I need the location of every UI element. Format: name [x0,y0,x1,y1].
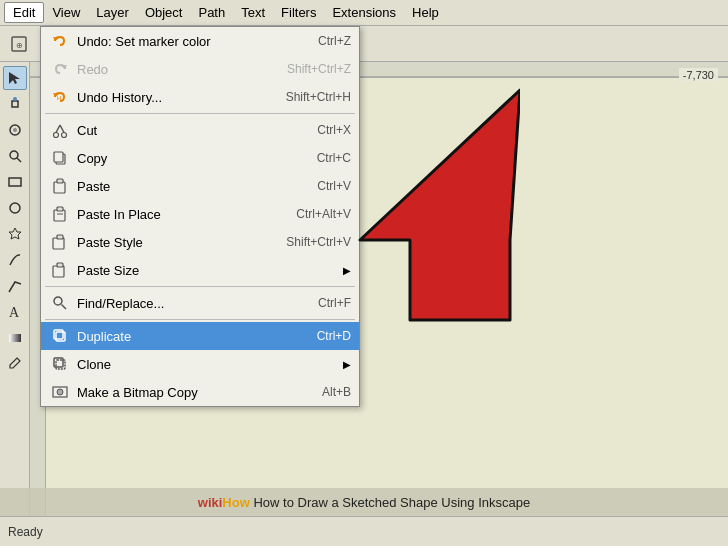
clone-icon [49,353,71,375]
text-tool[interactable]: A [3,300,27,324]
menu-extensions[interactable]: Extensions [324,3,404,22]
sep-1 [45,113,355,114]
svg-text:⊕: ⊕ [16,41,23,50]
redo-icon [49,58,71,80]
find-icon [49,292,71,314]
wikihow-logo: How [222,495,249,510]
cut-label: Cut [77,123,297,138]
menu-help[interactable]: Help [404,3,447,22]
bitmap-copy-shortcut: Alt+B [322,385,351,399]
svg-marker-55 [360,90,520,320]
svg-marker-25 [9,228,21,239]
menubar: Edit View Layer Object Path Text Filters… [0,0,728,26]
paste-icon [49,175,71,197]
star-tool[interactable] [3,222,27,246]
menu-item-clone[interactable]: Clone ▶ [41,350,359,378]
menu-item-paste-style[interactable]: Paste Style Shift+Ctrl+V [41,228,359,256]
pencil-tool[interactable] [3,248,27,272]
rect-tool[interactable] [3,170,27,194]
menu-text[interactable]: Text [233,3,273,22]
sep-2 [45,286,355,287]
redo-shortcut: Shift+Ctrl+Z [287,62,351,76]
svg-point-24 [10,203,20,213]
undo-history-label: Undo History... [77,90,266,105]
menu-item-cut[interactable]: Cut Ctrl+X [41,116,359,144]
svg-rect-23 [9,178,21,186]
svg-point-21 [10,151,18,159]
circle-tool[interactable] [3,196,27,220]
svg-point-18 [13,97,17,101]
find-label: Find/Replace... [77,296,298,311]
paste-size-label: Paste Size [77,263,339,278]
menu-view[interactable]: View [44,3,88,22]
menu-item-duplicate[interactable]: Duplicate Ctrl+D [41,322,359,350]
svg-point-32 [54,133,59,138]
undo-label: Undo: Set marker color [77,34,298,49]
menu-edit[interactable]: Edit [4,2,44,23]
eyedropper-tool[interactable] [3,352,27,376]
svg-rect-46 [57,263,63,267]
select-tool[interactable] [3,66,27,90]
svg-line-34 [56,125,60,133]
paste-in-place-shortcut: Ctrl+Alt+V [296,207,351,221]
cut-icon [49,119,71,141]
menu-item-redo[interactable]: Redo Shift+Ctrl+Z [41,55,359,83]
svg-rect-38 [54,182,65,193]
menu-filters[interactable]: Filters [273,3,324,22]
undo-icon [49,30,71,52]
sep-3 [45,319,355,320]
duplicate-icon [49,325,71,347]
svg-rect-27 [9,334,21,342]
gradient-tool[interactable] [3,326,27,350]
menu-item-bitmap-copy[interactable]: Make a Bitmap Copy Alt+B [41,378,359,406]
menu-item-find[interactable]: Find/Replace... Ctrl+F [41,289,359,317]
coord-display: -7,730 [679,68,718,82]
paste-in-place-icon [49,203,71,225]
tweak-tool[interactable] [3,118,27,142]
undo-history-shortcut: Shift+Ctrl+H [286,90,351,104]
node-tool[interactable] [3,92,27,116]
svg-rect-44 [57,235,63,239]
menu-item-undo-history[interactable]: H Undo History... Shift+Ctrl+H [41,83,359,111]
left-sidebar: A [0,62,30,516]
bitmap-copy-label: Make a Bitmap Copy [77,385,302,400]
paste-in-place-label: Paste In Place [77,207,276,222]
copy-label: Copy [77,151,297,166]
bottom-status-bar: Ready [0,516,728,546]
paste-style-icon [49,231,71,253]
duplicate-label: Duplicate [77,329,297,344]
svg-point-47 [54,297,62,305]
clone-arrow: ▶ [343,359,351,370]
paste-size-icon [49,259,71,281]
menu-item-copy[interactable]: Copy Ctrl+C [41,144,359,172]
menu-object[interactable]: Object [137,3,191,22]
menu-item-paste-in-place[interactable]: Paste In Place Ctrl+Alt+V [41,200,359,228]
svg-point-54 [57,389,63,395]
svg-rect-17 [12,101,18,107]
svg-rect-40 [54,210,65,221]
menu-item-paste-size[interactable]: Paste Size ▶ [41,256,359,284]
clone-label: Clone [77,357,339,372]
menu-item-undo[interactable]: Undo: Set marker color Ctrl+Z [41,27,359,55]
wikihow-prefix: wiki [198,495,223,510]
cut-shortcut: Ctrl+X [317,123,351,137]
svg-rect-39 [57,179,63,183]
paste-size-arrow: ▶ [343,265,351,276]
zoom-fit-page-btn[interactable]: ⊕ [5,30,33,58]
svg-rect-45 [53,266,64,277]
svg-line-48 [62,305,67,310]
edit-dropdown-menu: Undo: Set marker color Ctrl+Z Redo Shift… [40,26,360,407]
svg-point-20 [13,128,17,132]
menu-item-paste[interactable]: Paste Ctrl+V [41,172,359,200]
paste-style-shortcut: Shift+Ctrl+V [286,235,351,249]
wikihow-bar: wikiHow How to Draw a Sketched Shape Usi… [0,488,728,516]
menu-layer[interactable]: Layer [88,3,137,22]
zoom-tool[interactable] [3,144,27,168]
paste-label: Paste [77,179,297,194]
redo-label: Redo [77,62,267,77]
status-text: Ready [8,525,43,539]
pen-tool[interactable] [3,274,27,298]
svg-text:H: H [57,95,61,101]
copy-shortcut: Ctrl+C [317,151,351,165]
menu-path[interactable]: Path [190,3,233,22]
